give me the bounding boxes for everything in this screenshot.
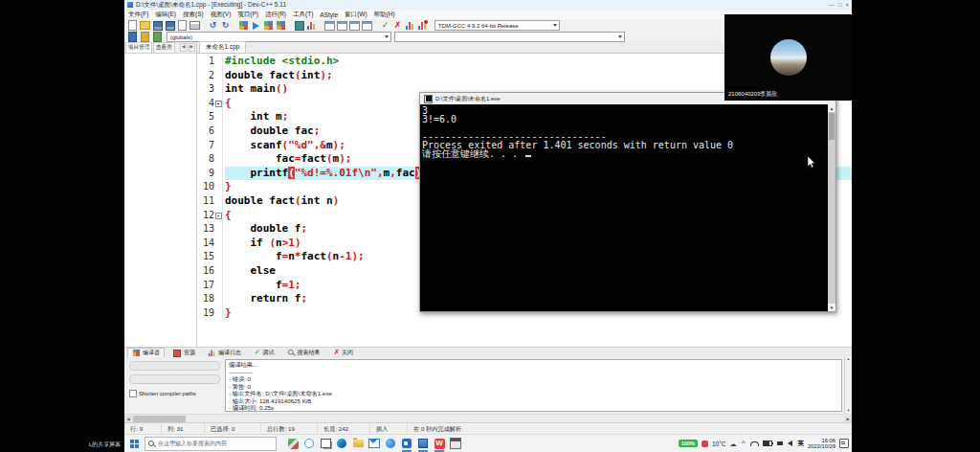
- battery-status-badge[interactable]: 100%: [679, 440, 698, 447]
- compiler-combo-value: TDM-GCC 4.9.2 64-bit Release: [438, 23, 519, 29]
- print-button[interactable]: [189, 20, 200, 31]
- left-tabs-scroll-left[interactable]: ◀: [180, 43, 187, 51]
- profile-button[interactable]: [306, 20, 317, 31]
- left-tab[interactable]: 项目管理: [125, 42, 152, 54]
- photos-app-icon[interactable]: [416, 436, 430, 452]
- edge-icon[interactable]: [335, 436, 348, 452]
- usb-icon[interactable]: [776, 441, 783, 445]
- compile-run-button[interactable]: [263, 20, 274, 31]
- console-scrollbar[interactable]: ▲▼: [828, 104, 835, 311]
- window-list-button[interactable]: [362, 20, 372, 31]
- menu-item[interactable]: 视图(V): [211, 11, 232, 19]
- menu-item[interactable]: 帮助(H): [374, 11, 395, 19]
- compile-log-line: - 输出大小: 128.419140625 KiB: [229, 397, 832, 405]
- scrollbar-thumb[interactable]: [133, 416, 186, 422]
- shorten-paths-checkbox[interactable]: Shorten compiler paths: [129, 390, 220, 397]
- compile-log-scrollbar[interactable]: ▲ ▼: [844, 357, 852, 414]
- menu-item[interactable]: 运行(R): [265, 11, 286, 19]
- window-layout-button[interactable]: [324, 20, 335, 31]
- profile-analysis-button[interactable]: [405, 20, 415, 31]
- recording-indicator-icon[interactable]: [702, 441, 708, 447]
- left-tabs-scroll-right[interactable]: ▶: [189, 43, 195, 51]
- debug-button[interactable]: [294, 20, 304, 31]
- fold-marker: [214, 152, 223, 167]
- redo-button[interactable]: ↻: [220, 20, 231, 31]
- goto-back-button[interactable]: [127, 32, 138, 42]
- members-combo[interactable]: [394, 32, 625, 42]
- search-input[interactable]: [158, 441, 273, 446]
- mail-icon[interactable]: [368, 436, 381, 452]
- fullscreen-button[interactable]: [337, 20, 347, 31]
- menu-item[interactable]: 项目(P): [237, 11, 258, 19]
- goto-forward-button-glyph: [141, 32, 149, 42]
- console-scroll-up[interactable]: ▲: [828, 104, 835, 112]
- rebuild-all-button[interactable]: [276, 20, 286, 31]
- console-scroll-down[interactable]: ▼: [828, 304, 835, 311]
- console-body[interactable]: 33!=6.0--------------------------------P…: [420, 104, 828, 311]
- abort-compile-button[interactable]: ✗: [392, 20, 403, 31]
- task-view-icon[interactable]: [319, 436, 332, 452]
- participant-video-tile[interactable]: 2106040203李晨欣: [724, 14, 852, 101]
- headset-icon[interactable]: [750, 441, 759, 446]
- fold-marker: [214, 194, 223, 209]
- window-layout-button-glyph: [324, 21, 335, 31]
- goto-forward-button[interactable]: [140, 32, 150, 42]
- taskbar: W 100% 10°C ☁ ^ 英 16:06 2022/10/29: [124, 434, 852, 452]
- weather-temperature[interactable]: 10°C: [712, 441, 726, 447]
- taskbar-search[interactable]: [145, 437, 277, 451]
- fold-marker[interactable]: [214, 97, 223, 111]
- undo-button[interactable]: ↺: [208, 20, 218, 31]
- news-widget-icon[interactable]: [286, 436, 300, 452]
- browser-icon[interactable]: [384, 436, 397, 452]
- compiler-combo[interactable]: TDM-GCC 4.9.2 64-bit Release: [434, 20, 560, 31]
- menu-item[interactable]: 编辑(E): [155, 11, 176, 19]
- file-explorer-icon[interactable]: [351, 436, 365, 452]
- new-file-button[interactable]: [127, 20, 138, 31]
- close-file-button[interactable]: [177, 20, 188, 31]
- hidden-icons-expand[interactable]: ^: [740, 440, 746, 447]
- compile-progress: Shorten compiler paths: [124, 357, 225, 414]
- scroll-right-icon[interactable]: ▶: [844, 416, 852, 422]
- fold-marker[interactable]: [214, 209, 223, 223]
- wps-icon[interactable]: W: [433, 436, 446, 452]
- menu-item[interactable]: 工具(T): [293, 11, 313, 19]
- checkbox-box[interactable]: [129, 390, 137, 397]
- taskbar-clock[interactable]: 16:06 2022/10/29: [808, 438, 835, 450]
- meeting-app-icon[interactable]: [400, 436, 413, 452]
- syntax-check-button[interactable]: ✓: [380, 20, 390, 31]
- save-button[interactable]: [152, 20, 163, 31]
- compile-button[interactable]: [238, 20, 249, 31]
- battery-icon[interactable]: [763, 441, 772, 446]
- cortana-icon[interactable]: [302, 436, 316, 452]
- ime-indicator[interactable]: 英: [797, 440, 804, 448]
- log-scroll-up-icon[interactable]: ▲: [847, 357, 851, 362]
- start-button[interactable]: [127, 437, 141, 451]
- console-scroll-thumb[interactable]: [829, 113, 835, 140]
- menu-item[interactable]: 搜索(S): [183, 11, 204, 19]
- goto-declaration-button[interactable]: [152, 32, 163, 42]
- save-all-button[interactable]: [165, 20, 175, 31]
- ide-title: D:\文件\桌面\未命名1.cpp - [Executing] - Dev-C+…: [136, 1, 286, 10]
- run-button[interactable]: [251, 20, 261, 31]
- menu-item[interactable]: 文件(F): [128, 11, 148, 19]
- close-button[interactable]: ×: [845, 2, 849, 8]
- file-explorer-icon-glyph: [353, 440, 364, 447]
- volume-icon-glyph: [788, 441, 792, 446]
- open-file-button[interactable]: [140, 20, 150, 31]
- editor-tab[interactable]: 未命名1.cpp: [199, 41, 246, 53]
- volume-icon[interactable]: [787, 441, 793, 446]
- screen-share-label: L的共享屏幕: [0, 441, 121, 449]
- scroll-left-icon[interactable]: ◀: [124, 416, 132, 422]
- left-tab[interactable]: 查看类: [153, 42, 174, 54]
- line-number: 13: [197, 222, 214, 237]
- action-center-icon[interactable]: [839, 439, 849, 448]
- mouse-cursor: [808, 156, 816, 169]
- maximize-button[interactable]: □: [838, 2, 842, 8]
- menu-item[interactable]: 窗口(W): [345, 11, 367, 19]
- minimize-button[interactable]: —: [829, 2, 835, 8]
- delete-profiling-button[interactable]: [417, 20, 428, 31]
- next-window-button[interactable]: [349, 20, 360, 31]
- menu-item[interactable]: AStyle: [320, 11, 338, 18]
- project-panel-body[interactable]: [124, 54, 196, 347]
- sticky-notes-icon[interactable]: [449, 436, 462, 452]
